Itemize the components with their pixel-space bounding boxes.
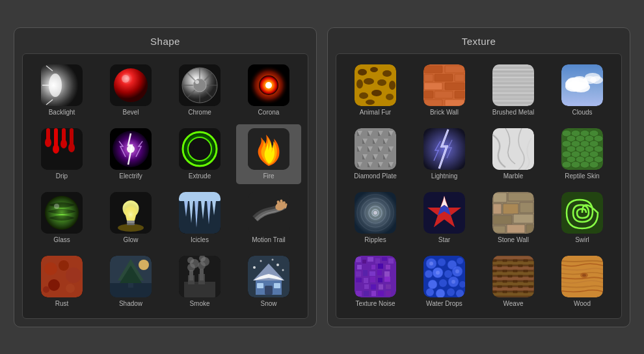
texture-item-brushed-metal[interactable]: Brushed Metal: [481, 61, 546, 120]
chrome-icon: [179, 64, 221, 106]
star-svg: [423, 192, 465, 234]
fire-svg: [248, 128, 289, 170]
shape-item-bevel[interactable]: Bevel: [98, 61, 163, 120]
texture-item-water-drops[interactable]: Water Drops: [412, 252, 477, 312]
icicles-icon: [179, 192, 221, 234]
brick-wall-svg: [423, 64, 465, 106]
svg-rect-255: [386, 265, 390, 269]
shape-item-motion-trail[interactable]: Motion Trail: [236, 188, 301, 248]
texture-item-clouds[interactable]: Clouds: [550, 61, 615, 120]
svg-point-100: [356, 79, 363, 88]
svg-rect-270: [386, 284, 391, 289]
svg-point-295: [447, 288, 455, 296]
svg-point-28: [68, 143, 75, 152]
shape-item-drip[interactable]: Drip: [29, 124, 94, 184]
water-drops-icon: [423, 256, 465, 297]
svg-point-336: [582, 274, 586, 277]
snow-svg: [248, 256, 289, 297]
svg-rect-254: [378, 264, 383, 269]
diamond-plate-label: Diamond Plate: [354, 172, 397, 180]
texture-item-swirl[interactable]: Swirl: [550, 188, 615, 248]
svg-rect-272: [364, 291, 369, 296]
svg-rect-306: [492, 260, 496, 262]
svg-rect-320: [513, 260, 517, 262]
svg-rect-307: [492, 270, 496, 272]
svg-rect-314: [503, 270, 507, 272]
water-drops-svg: [423, 256, 465, 297]
texture-item-weave[interactable]: Weave: [481, 252, 546, 312]
glow-svg: [110, 192, 152, 234]
svg-rect-323: [513, 291, 517, 293]
shape-item-electrify[interactable]: Electrify: [98, 124, 163, 184]
shape-item-glass[interactable]: Glass: [29, 188, 94, 248]
svg-rect-326: [518, 286, 522, 288]
svg-rect-118: [455, 91, 464, 98]
texture-item-wood[interactable]: Wood: [550, 252, 615, 312]
texture-item-reptile-skin[interactable]: Reptile Skin: [550, 124, 615, 184]
texture-item-lightning[interactable]: Lightning: [412, 124, 477, 184]
glow-label: Glow: [124, 236, 139, 244]
svg-rect-310: [498, 265, 502, 267]
texture-item-stone-wall[interactable]: Stone Wall: [481, 188, 546, 248]
texture-item-texture-noise[interactable]: Texture Noise: [343, 252, 408, 312]
svg-rect-275: [386, 291, 391, 296]
texture-item-ripples[interactable]: Ripples: [343, 188, 408, 248]
svg-point-294: [436, 289, 445, 297]
svg-rect-313: [503, 260, 507, 262]
svg-point-102: [377, 79, 386, 86]
svg-point-105: [371, 90, 382, 96]
electrify-label: Electrify: [119, 172, 142, 180]
svg-rect-321: [513, 270, 517, 272]
clouds-svg: [561, 64, 603, 106]
svg-rect-256: [356, 271, 361, 277]
svg-rect-316: [503, 291, 507, 293]
svg-point-288: [428, 280, 437, 289]
svg-rect-332: [529, 275, 533, 277]
brushed-metal-icon: [492, 64, 534, 106]
svg-rect-250: [388, 258, 394, 264]
svg-marker-233: [493, 193, 507, 202]
svg-rect-257: [363, 270, 368, 276]
lightning-icon: [423, 128, 465, 170]
star-icon: [423, 192, 465, 234]
texture-item-marble[interactable]: Marble: [481, 124, 546, 184]
shape-item-backlight[interactable]: Backlight: [29, 61, 94, 120]
svg-point-217: [571, 161, 580, 168]
svg-rect-245: [356, 257, 361, 262]
shape-item-glow[interactable]: Glow: [98, 188, 163, 248]
svg-rect-322: [513, 280, 517, 282]
texture-item-diamond-plate[interactable]: Diamond Plate: [343, 124, 408, 184]
shape-item-extrude[interactable]: Extrude: [167, 124, 232, 184]
svg-rect-45: [179, 192, 221, 201]
extrude-svg: [179, 128, 221, 170]
fire-icon: [248, 128, 289, 170]
shape-item-icicles[interactable]: Icicles: [167, 188, 232, 248]
shape-item-corona[interactable]: Corona: [236, 61, 301, 120]
svg-rect-264: [378, 278, 382, 282]
svg-rect-119: [424, 100, 442, 106]
svg-point-278: [429, 262, 433, 266]
svg-rect-253: [371, 265, 375, 269]
svg-rect-325: [518, 275, 522, 277]
texture-item-star[interactable]: Star: [412, 188, 477, 248]
svg-rect-113: [455, 74, 464, 81]
svg-point-218: [580, 161, 589, 168]
shape-item-shadow[interactable]: Shadow: [98, 252, 163, 312]
shape-panel-inner: Backlight: [22, 53, 308, 319]
texture-item-brick-wall[interactable]: Brick Wall: [412, 61, 477, 120]
svg-point-71: [139, 260, 149, 270]
shape-item-fire[interactable]: Fire: [236, 124, 301, 184]
shape-item-smoke[interactable]: Smoke: [167, 252, 232, 312]
shape-item-rust[interactable]: Rust: [29, 252, 94, 312]
shape-item-chrome[interactable]: Chrome: [167, 61, 232, 120]
svg-point-26: [60, 139, 67, 148]
svg-marker-241: [507, 225, 525, 233]
corona-svg: [248, 64, 289, 106]
svg-rect-42: [127, 221, 135, 223]
svg-point-104: [359, 92, 368, 99]
svg-point-279: [438, 258, 446, 266]
stone-wall-icon: [492, 192, 534, 234]
svg-point-98: [370, 67, 378, 72]
shape-item-snow[interactable]: Snow: [236, 252, 301, 312]
texture-item-animal-fur[interactable]: Animal Fur: [343, 61, 408, 120]
